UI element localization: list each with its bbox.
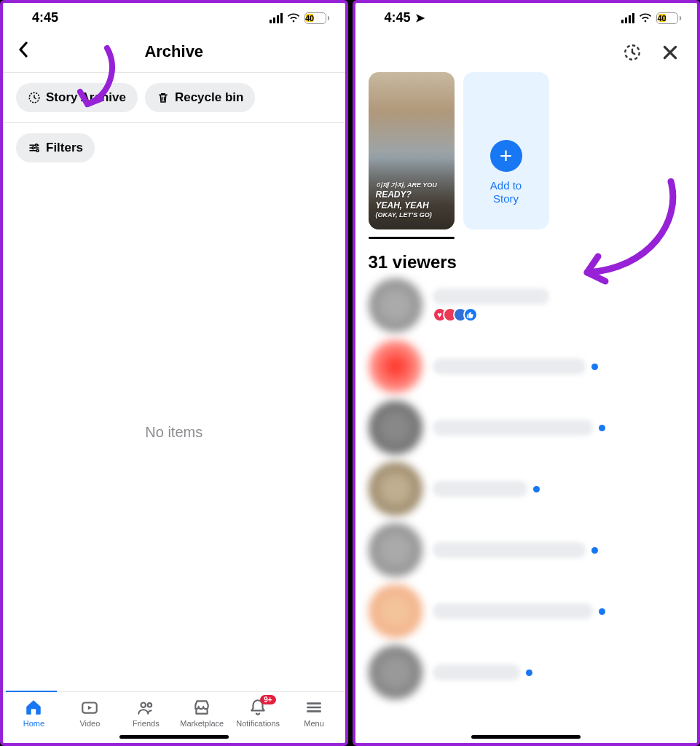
viewer-list: ♥ <box>355 278 698 699</box>
svg-point-1 <box>36 144 38 146</box>
filters-icon <box>28 141 41 154</box>
viewer-name <box>433 542 586 558</box>
add-to-story-card[interactable]: + Add to Story <box>463 72 549 229</box>
svg-point-5 <box>141 703 146 708</box>
viewer-row[interactable] <box>369 462 685 516</box>
bluedot-icon <box>599 608 605 615</box>
cellular-icon <box>621 13 634 23</box>
menu-icon <box>304 698 323 717</box>
wifi-icon <box>287 13 300 23</box>
trash-icon <box>157 91 170 104</box>
nav-video[interactable]: Video <box>62 698 118 728</box>
empty-state: No items <box>3 173 345 691</box>
avatar <box>369 584 422 638</box>
avatar <box>369 401 422 455</box>
viewer-row[interactable]: ♥ <box>369 278 685 332</box>
story-archive-icon-button[interactable] <box>623 43 642 65</box>
bluedot-icon <box>599 425 605 431</box>
viewer-name <box>433 358 586 374</box>
battery-icon: 40 <box>304 12 329 24</box>
home-indicator <box>119 735 229 739</box>
page-title: Archive <box>144 42 203 61</box>
story-viewers-screen: 4:45➤ 40 이제 가자, ARE YOU READY? YEAH, YEA… <box>353 0 701 746</box>
recycle-bin-chip[interactable]: Recycle bin <box>145 83 256 112</box>
filters-button[interactable]: Filters <box>16 133 95 162</box>
chip-label: Story Archive <box>46 90 126 105</box>
nav-menu[interactable]: Menu <box>286 698 342 728</box>
story-caption: 이제 가자, ARE YOU READY? YEAH, YEAH (OKAY, … <box>369 174 455 230</box>
svg-point-2 <box>32 147 34 149</box>
plus-icon: + <box>490 140 522 172</box>
friends-icon <box>136 698 155 717</box>
like-reaction-icon <box>463 307 478 322</box>
home-indicator <box>471 735 581 739</box>
home-icon <box>24 698 43 717</box>
avatar <box>369 462 422 516</box>
viewer-row[interactable] <box>369 523 685 577</box>
viewers-heading: 31 viewers <box>355 239 698 278</box>
viewer-row[interactable] <box>369 339 685 393</box>
archive-screen: 4:45 40 Archive Story Archive Recycle <box>0 0 348 746</box>
viewer-name <box>433 420 593 436</box>
nav-home[interactable]: Home <box>6 698 62 728</box>
close-icon <box>661 43 680 62</box>
nav-friends[interactable]: Friends <box>118 698 174 728</box>
nav-notifications[interactable]: 9+ Notifications <box>230 698 286 728</box>
status-time: 4:45 <box>32 10 58 25</box>
bluedot-icon <box>533 486 540 492</box>
marketplace-icon <box>192 698 211 717</box>
avatar <box>369 278 422 332</box>
avatar <box>369 645 422 699</box>
battery-icon: 40 <box>656 12 681 24</box>
chip-label: Filters <box>46 141 83 155</box>
viewer-row[interactable] <box>369 584 685 638</box>
wifi-icon <box>639 13 652 23</box>
bluedot-icon <box>591 547 598 554</box>
bluedot-icon <box>526 670 532 676</box>
close-button[interactable] <box>661 43 680 65</box>
svg-point-3 <box>36 149 39 152</box>
status-bar: 4:45 40 <box>3 3 345 30</box>
bluedot-icon <box>591 364 598 370</box>
avatar <box>369 523 422 577</box>
back-button[interactable] <box>17 42 29 62</box>
reactions: ♥ <box>433 307 549 322</box>
viewer-name <box>433 288 549 305</box>
story-archive-icon <box>28 91 41 104</box>
status-time: 4:45➤ <box>385 10 425 25</box>
avatar <box>369 339 422 393</box>
cellular-icon <box>270 13 283 23</box>
nav-header: Archive <box>3 30 345 73</box>
viewer-name <box>433 664 520 680</box>
viewer-row[interactable] <box>369 401 685 455</box>
notification-badge: 9+ <box>260 695 275 704</box>
chip-label: Recycle bin <box>175 90 244 105</box>
viewer-name <box>433 603 593 619</box>
story-archive-chip[interactable]: Story Archive <box>16 83 138 112</box>
viewer-row[interactable] <box>369 645 685 699</box>
viewer-name <box>433 481 527 497</box>
video-icon <box>80 698 99 717</box>
bottom-nav: Home Video Friends Marketplace 9+ Notifi… <box>3 691 345 732</box>
location-icon: ➤ <box>415 12 425 24</box>
status-bar: 4:45➤ 40 <box>355 3 698 30</box>
story-thumbnail[interactable]: 이제 가자, ARE YOU READY? YEAH, YEAH (OKAY, … <box>369 72 455 229</box>
svg-point-6 <box>148 703 152 707</box>
nav-marketplace[interactable]: Marketplace <box>174 698 230 728</box>
archive-tabs: Story Archive Recycle bin <box>3 73 345 123</box>
